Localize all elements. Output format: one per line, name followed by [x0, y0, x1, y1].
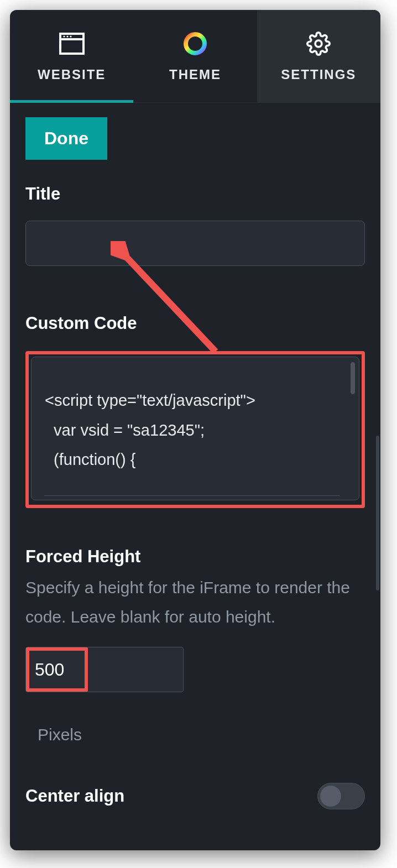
done-button[interactable]: Done — [25, 117, 107, 160]
center-align-label: Center align — [25, 786, 124, 806]
toggle-knob — [320, 786, 341, 807]
center-align-row: Center align — [25, 783, 365, 809]
tab-settings[interactable]: SETTINGS — [257, 10, 380, 102]
forced-height-input[interactable] — [29, 651, 85, 688]
forced-height-label: Forced Height — [25, 547, 365, 567]
title-input[interactable] — [25, 221, 365, 266]
forced-height-highlight — [26, 647, 88, 692]
tabs-bar: WEBSITE — [10, 10, 380, 103]
panel-scrollbar-thumb[interactable] — [376, 436, 379, 590]
forced-height-input-wrap — [25, 647, 184, 692]
settings-panel: WEBSITE — [10, 10, 380, 850]
forced-height-units: Pixels — [38, 725, 365, 744]
tab-website[interactable]: WEBSITE — [10, 10, 133, 102]
custom-code-label: Custom Code — [25, 313, 365, 333]
center-align-toggle[interactable] — [317, 783, 365, 809]
title-label: Title — [25, 184, 365, 204]
svg-point-3 — [66, 35, 68, 37]
svg-point-5 — [186, 34, 205, 53]
custom-code-textarea[interactable] — [31, 357, 359, 500]
divider — [44, 495, 339, 496]
svg-point-6 — [315, 40, 322, 47]
tab-theme[interactable]: THEME — [133, 10, 257, 102]
forced-height-help: Specify a height for the iFrame to rende… — [25, 573, 365, 631]
panel-body: Done Title Custom Code Forced Height Spe… — [10, 103, 380, 826]
theme-icon — [182, 30, 208, 57]
website-icon — [59, 30, 85, 57]
svg-point-4 — [70, 35, 71, 37]
tab-label: THEME — [169, 67, 221, 82]
scrollbar-thumb[interactable] — [351, 362, 355, 394]
forced-height-row — [25, 647, 365, 692]
tab-label: WEBSITE — [38, 67, 106, 82]
svg-point-2 — [63, 35, 65, 37]
gear-icon — [305, 30, 332, 57]
svg-line-7 — [123, 253, 216, 352]
tab-label: SETTINGS — [281, 67, 356, 82]
custom-code-highlight — [25, 351, 365, 508]
